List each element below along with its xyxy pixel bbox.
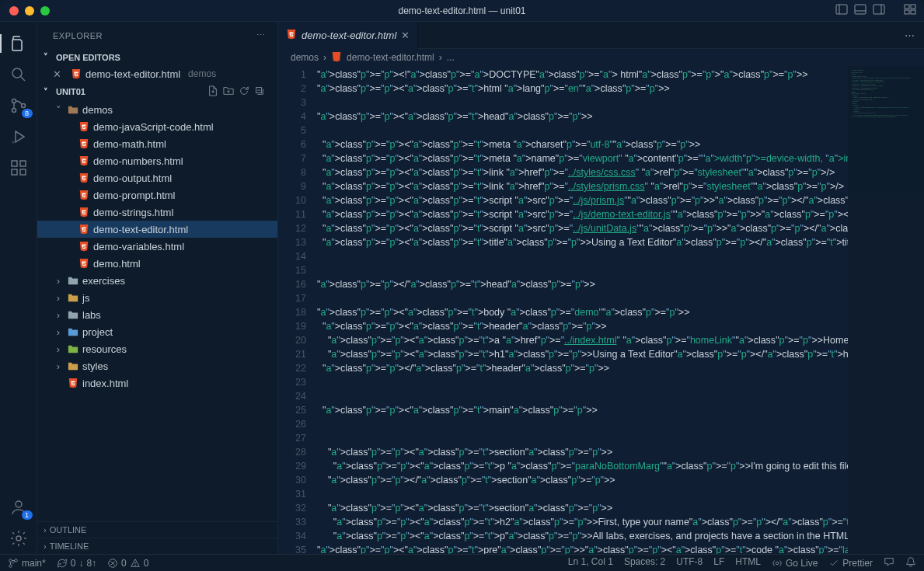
- svg-rect-20: [20, 161, 26, 166]
- breadcrumb-file[interactable]: demo-text-editor.html: [347, 52, 434, 63]
- chevron-right-icon: ›: [53, 343, 64, 355]
- git-branch-status[interactable]: main*: [8, 558, 46, 569]
- source-control-activity-icon[interactable]: 8: [0, 90, 37, 121]
- open-editors-section[interactable]: ˅ OPEN EDITORS: [37, 49, 277, 65]
- html-file-icon: [70, 68, 82, 79]
- collapse-all-icon[interactable]: [254, 85, 265, 98]
- outline-section[interactable]: › OUTLINE: [37, 521, 277, 538]
- html-file-icon: [78, 241, 90, 252]
- chevron-right-icon: ›: [53, 275, 64, 287]
- workspace-section[interactable]: ˅ UNIT01: [37, 82, 277, 101]
- search-activity-icon[interactable]: [0, 59, 37, 90]
- chevron-right-icon: ›: [53, 292, 64, 304]
- file-item[interactable]: demo-output.html: [37, 169, 277, 186]
- chevron-down-icon: ˅: [53, 104, 64, 116]
- file-item[interactable]: demo-text-editor.html: [37, 221, 277, 238]
- close-editor-icon[interactable]: ✕: [53, 68, 64, 80]
- html-file-icon: [286, 29, 297, 42]
- folder-item[interactable]: ›labs: [37, 306, 277, 323]
- folder-icon: [67, 360, 79, 371]
- status-bar: main* 0↓ 8↑ 0 0 Ln 1, Col 1 Spaces: 2 UT…: [0, 554, 924, 571]
- line-number-gutter[interactable]: 1234567891011121314151617181920212223242…: [278, 66, 317, 554]
- new-file-icon[interactable]: [207, 85, 218, 98]
- tree-item-label: exercises: [82, 275, 125, 287]
- svg-rect-17: [12, 161, 17, 166]
- indentation-status[interactable]: Spaces: 2: [624, 556, 665, 569]
- account-activity-icon[interactable]: 1: [0, 492, 37, 523]
- folder-item[interactable]: ›project: [37, 323, 277, 340]
- file-item[interactable]: demo-prompt.html: [37, 186, 277, 204]
- notifications-icon[interactable]: [905, 556, 916, 569]
- file-tree: ˅demosdemo-javaScript-code.htmldemo-math…: [37, 101, 277, 521]
- minimize-window-button[interactable]: [25, 6, 34, 16]
- toggle-panel-left-icon[interactable]: [835, 3, 848, 18]
- feedback-icon[interactable]: [884, 556, 894, 569]
- svg-point-12: [12, 99, 16, 103]
- breadcrumb-symbol[interactable]: ...: [447, 52, 455, 63]
- minimap[interactable]: <!DOCTYPE html><html lang="en"><head> <m…: [848, 66, 924, 554]
- sync-incoming: 0: [71, 558, 76, 569]
- close-window-button[interactable]: [9, 6, 19, 16]
- open-editor-filename: demo-text-editor.html: [85, 68, 180, 80]
- svg-point-10: [12, 68, 22, 78]
- folder-item[interactable]: ›exercises: [37, 272, 277, 289]
- close-tab-icon[interactable]: ✕: [401, 30, 410, 41]
- explorer-title: EXPLORER: [53, 31, 103, 40]
- svg-point-16: [12, 141, 15, 144]
- svg-marker-15: [16, 131, 24, 142]
- sync-status[interactable]: 0↓ 8↑: [57, 558, 96, 569]
- file-item[interactable]: demo-variables.html: [37, 238, 277, 255]
- folder-item[interactable]: ›resources: [37, 340, 277, 357]
- broadcast-icon: [772, 558, 783, 569]
- branch-icon: [8, 558, 19, 569]
- explorer-activity-icon[interactable]: [0, 28, 37, 59]
- svg-rect-2: [855, 5, 866, 14]
- file-item[interactable]: demo-strings.html: [37, 204, 277, 221]
- prettier-status[interactable]: Prettier: [828, 556, 873, 569]
- sync-icon: [57, 558, 68, 569]
- file-item[interactable]: index.html: [37, 374, 277, 392]
- encoding-status[interactable]: UTF-8: [676, 556, 703, 569]
- html-file-icon: [78, 172, 90, 183]
- cursor-position[interactable]: Ln 1, Col 1: [568, 556, 613, 569]
- run-debug-activity-icon[interactable]: [0, 121, 37, 152]
- editor-tab[interactable]: demo-text-editor.html ✕: [278, 22, 418, 49]
- toggle-panel-bottom-icon[interactable]: [854, 3, 866, 18]
- refresh-icon[interactable]: [239, 85, 249, 98]
- file-item[interactable]: demo.html: [37, 255, 277, 272]
- tree-item-label: demo-text-editor.html: [93, 224, 188, 235]
- file-item[interactable]: demo-math.html: [37, 135, 277, 152]
- problems-status[interactable]: 0 0: [107, 558, 148, 569]
- maximize-window-button[interactable]: [40, 6, 50, 16]
- new-folder-icon[interactable]: [223, 85, 234, 98]
- svg-point-14: [21, 104, 25, 108]
- prettier-label: Prettier: [842, 558, 873, 569]
- code-editor[interactable]: "a">class"p">="p"><!"a">class"p">="a">DO…: [317, 66, 848, 554]
- go-live-status[interactable]: Go Live: [772, 556, 818, 569]
- html-file-icon: [78, 207, 90, 218]
- file-item[interactable]: demo-numbers.html: [37, 152, 277, 169]
- folder-item[interactable]: ›js: [37, 289, 277, 306]
- svg-point-41: [776, 562, 779, 565]
- tree-item-label: styles: [82, 360, 108, 372]
- timeline-section[interactable]: › TIMELINE: [37, 538, 277, 554]
- file-item[interactable]: demo-javaScript-code.html: [37, 118, 277, 135]
- folder-item[interactable]: ›styles: [37, 357, 277, 374]
- html-file-icon: [78, 121, 90, 132]
- customize-layout-icon[interactable]: [904, 3, 916, 18]
- toggle-panel-right-icon[interactable]: [873, 3, 885, 18]
- tree-item-label: demo-variables.html: [93, 241, 184, 252]
- breadcrumb-folder[interactable]: demos: [291, 52, 319, 63]
- folder-icon: [67, 309, 79, 320]
- folder-item[interactable]: ˅demos: [37, 101, 277, 118]
- open-editor-item[interactable]: ✕ demo-text-editor.html demos: [37, 65, 277, 82]
- chevron-right-icon: ›: [323, 52, 326, 63]
- breadcrumb[interactable]: demos › demo-text-editor.html › ...: [278, 49, 924, 66]
- language-mode-status[interactable]: HTML: [735, 556, 761, 569]
- eol-status[interactable]: LF: [713, 556, 724, 569]
- explorer-more-icon[interactable]: ⋯: [256, 30, 266, 40]
- settings-activity-icon[interactable]: [0, 523, 37, 554]
- extensions-activity-icon[interactable]: [0, 152, 37, 183]
- more-actions-icon[interactable]: ⋯: [905, 30, 915, 41]
- timeline-label: TIMELINE: [50, 541, 89, 551]
